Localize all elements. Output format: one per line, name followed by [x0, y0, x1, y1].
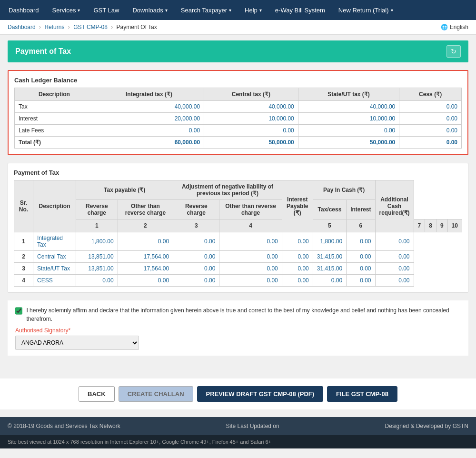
row-desc: Central Tax: [33, 251, 76, 263]
button-row: BACK CREATE CHALLAN PREVIEW DRAFT GST CM…: [0, 378, 476, 409]
footer-designed: Designed & Developed by GSTN: [385, 423, 468, 429]
col-tax-cess: Tax/cess: [313, 200, 346, 219]
col-adj-otrc: Other than reverse charge: [219, 200, 282, 219]
row-adj-otrc: 0.00: [219, 263, 282, 275]
col-interest-cash: Interest: [347, 200, 375, 219]
cash-row-state: 40,000.00: [298, 101, 399, 113]
row-sr: 4: [14, 275, 33, 287]
row-interest-cash: 0.00: [347, 232, 375, 251]
cash-row-central: 10,000.00: [204, 113, 298, 125]
chevron-down-icon: ▾: [78, 8, 80, 13]
chevron-down-icon: ▾: [165, 8, 168, 13]
cash-row-central: 40,000.00: [204, 101, 298, 113]
breadcrumb-returns[interactable]: Returns: [44, 24, 64, 30]
col-pay-in-cash: Pay In Cash (₹): [313, 180, 375, 200]
globe-icon: 🌐: [441, 24, 448, 30]
row-rc: 1,800.00: [76, 232, 118, 251]
row-rc: 13,851.00: [76, 251, 118, 263]
file-button[interactable]: FILE GST CMP-08: [327, 386, 397, 402]
nav-help[interactable]: Help ▾: [238, 0, 268, 20]
cash-row-central: 0.00: [204, 125, 298, 137]
declaration-wrap: I hereby solemnly affirm and declare tha…: [15, 306, 461, 323]
cash-row-cess: 0.00: [399, 113, 462, 125]
row-adj-rc: 0.00: [173, 275, 219, 287]
nav-dashboard[interactable]: Dashboard: [2, 0, 46, 20]
preview-button[interactable]: PREVIEW DRAFT GST CMP-08 (PDF): [197, 386, 324, 402]
row-interest-cash: 0.00: [347, 251, 375, 263]
breadcrumb-bar: Dashboard › Returns › GST CMP-08 › Payme…: [0, 20, 476, 35]
row-adj-rc: 0.00: [173, 232, 219, 251]
cash-ledger-section: Cash Ledger Balance Description Integrat…: [8, 70, 468, 155]
footer-updated: Site Last Updated on: [226, 423, 279, 429]
col-integrated: Integrated tax (₹): [94, 88, 204, 101]
col-cess: Cess (₹): [399, 88, 462, 101]
cash-row-cess: 0.00: [399, 101, 462, 113]
cash-row-cess: 0.00: [399, 137, 462, 149]
col-rc: Reverse charge: [76, 200, 118, 219]
row-adj-otrc: 0.00: [219, 275, 282, 287]
page-title: Payment of Tax: [15, 47, 71, 56]
cash-row-desc: Total (₹): [15, 137, 94, 149]
cash-row-state: 10,000.00: [298, 113, 399, 125]
row-adj-rc: 0.00: [173, 251, 219, 263]
declaration-checkbox[interactable]: [15, 307, 22, 315]
col-sr-no: Sr. No.: [14, 180, 33, 232]
table-row: 2 Central Tax 13,851.00 17,564.00 0.00 0…: [14, 251, 462, 263]
row-interest: 0.00: [282, 251, 313, 263]
row-interest-cash: 0.00: [347, 275, 375, 287]
row-desc: Integrated Tax: [33, 232, 76, 251]
table-row: 4 CESS 0.00 0.00 0.00 0.00 0.00 0.00 0.0…: [14, 275, 462, 287]
row-adj-rc: 0.00: [173, 263, 219, 275]
row-adj-otrc: 0.00: [219, 251, 282, 263]
row-sr: 3: [14, 263, 33, 275]
breadcrumb-dashboard[interactable]: Dashboard: [8, 24, 36, 30]
row-additional: 0.00: [375, 251, 414, 263]
cash-row-integrated: 40,000.00: [94, 101, 204, 113]
nav-downloads[interactable]: Downloads ▾: [126, 0, 174, 20]
cash-row-desc: Interest: [15, 113, 94, 125]
row-rc: 0.00: [76, 275, 118, 287]
declaration-section: I hereby solemnly affirm and declare tha…: [8, 300, 468, 356]
nav-new-return[interactable]: New Return (Trial) ▾: [332, 0, 400, 20]
breadcrumb: Dashboard › Returns › GST CMP-08 › Payme…: [8, 24, 157, 30]
cash-row-integrated: 20,000.00: [94, 113, 204, 125]
row-rc: 13,851.00: [76, 263, 118, 275]
row-interest: 0.00: [282, 232, 313, 251]
page-header: Payment of Tax ↻: [8, 40, 468, 62]
col-interest-payable: Interest Payable (₹): [282, 180, 313, 232]
language-selector[interactable]: 🌐 English: [441, 24, 468, 30]
row-sr: 1: [14, 232, 33, 251]
row-tax-cess: 31,415.00: [313, 263, 346, 275]
chevron-down-icon: ▾: [229, 8, 231, 13]
row-adj-otrc: 0.00: [219, 232, 282, 251]
table-row: 1 Integrated Tax 1,800.00 0.00 0.00 0.00…: [14, 232, 462, 251]
row-additional: 0.00: [375, 275, 414, 287]
auth-label: Authorised Signatory*: [15, 327, 461, 334]
nav-bar: Dashboard Services ▾ GST Law Downloads ▾…: [0, 0, 476, 20]
row-interest: 0.00: [282, 263, 313, 275]
nav-search-taxpayer[interactable]: Search Taxpayer ▾: [174, 0, 238, 20]
cash-row-central: 50,000.00: [204, 137, 298, 149]
row-additional: 0.00: [375, 232, 414, 251]
row-desc: CESS: [33, 275, 76, 287]
footer-browser-note: Site best viewed at 1024 x 768 resolutio…: [8, 439, 271, 445]
cash-row-desc: Tax: [15, 101, 94, 113]
breadcrumb-current: Payment Of Tax: [117, 24, 157, 30]
breadcrumb-gst-cmp08[interactable]: GST CMP-08: [73, 24, 108, 30]
cash-ledger-title: Cash Ledger Balance: [14, 77, 462, 84]
nav-services[interactable]: Services ▾: [46, 0, 87, 20]
cash-ledger-table: Description Integrated tax (₹) Central t…: [14, 88, 462, 149]
refresh-button[interactable]: ↻: [446, 45, 461, 58]
nav-eway[interactable]: e-Way Bill System: [268, 0, 332, 20]
signatory-select[interactable]: ANGAD ARORA: [15, 336, 139, 350]
col-adjustment: Adjustment of negative liability of prev…: [173, 180, 282, 200]
create-challan-button[interactable]: CREATE CHALLAN: [119, 386, 193, 402]
cash-row-state: 0.00: [298, 125, 399, 137]
row-interest: 0.00: [282, 275, 313, 287]
row-interest-cash: 0.00: [347, 263, 375, 275]
row-tax-cess: 1,800.00: [313, 232, 346, 251]
nav-gst-law[interactable]: GST Law: [87, 0, 126, 20]
back-button[interactable]: BACK: [79, 386, 115, 402]
main-content: Cash Ledger Balance Description Integrat…: [0, 62, 476, 369]
col-tax-payable: Tax payable (₹): [76, 180, 173, 200]
